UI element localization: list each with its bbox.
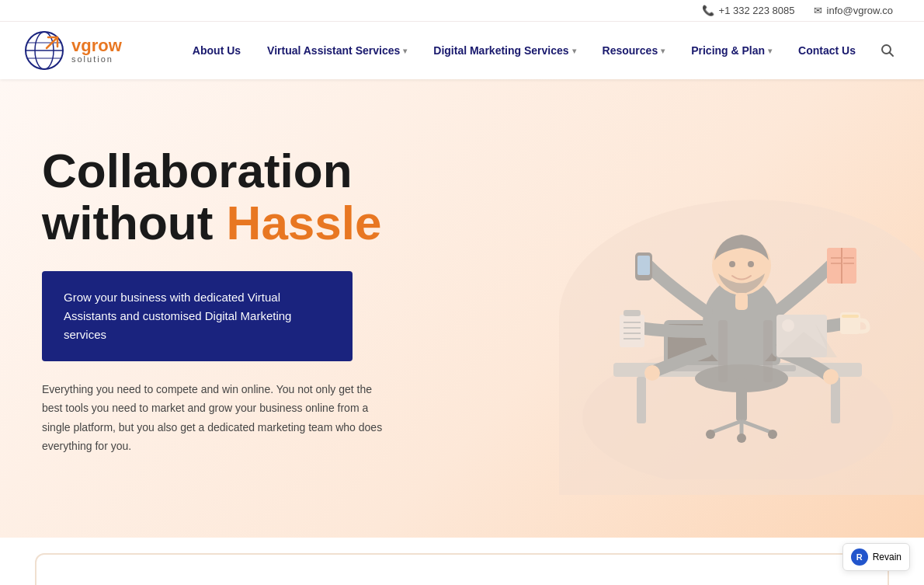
top-bar: 📞 +1 332 223 8085 ✉ info@vgrow.co: [0, 0, 924, 22]
hero-section: Collaboration without Hassle Grow your b…: [0, 79, 924, 538]
nav-item-about[interactable]: About Us: [182, 38, 252, 63]
email-bar-item[interactable]: ✉ info@vgrow.co: [814, 5, 893, 16]
hero-headline: Collaboration without Hassle: [42, 145, 384, 249]
svg-line-6: [890, 53, 894, 57]
quote-section-wrapper: GET A FREE QUOTE: [0, 538, 924, 585]
search-button[interactable]: [874, 37, 901, 64]
phone-icon: 📞: [702, 5, 714, 16]
hero-tagline-box: Grow your business with dedicated Virtua…: [42, 271, 353, 361]
site-header: 📞 +1 332 223 8085 ✉ info@vgrow.co: [0, 0, 924, 79]
revain-label: Revain: [873, 552, 901, 562]
revain-icon: R: [851, 548, 868, 566]
nav-links: About Us Virtual Assistant Services ▾ Di…: [182, 38, 867, 63]
hero-body-text: Everything you need to compete and win o…: [42, 380, 384, 456]
logo-subtitle: solution: [71, 54, 122, 64]
phone-bar-item[interactable]: 📞 +1 332 223 8085: [702, 5, 795, 16]
search-icon: [881, 44, 894, 57]
nav-item-virtual[interactable]: Virtual Assistant Services ▾: [256, 38, 418, 63]
chevron-down-icon: ▾: [403, 47, 407, 55]
nav-item-contact[interactable]: Contact Us: [787, 38, 867, 63]
illustration-bg: [559, 200, 924, 495]
nav-item-resources[interactable]: Resources ▾: [592, 38, 676, 63]
nav-bar: vgrow solution About Us Virtual Assistan…: [0, 22, 924, 79]
nav-item-pricing[interactable]: Pricing & Plan ▾: [680, 38, 783, 63]
chevron-down-icon: ▾: [572, 47, 576, 55]
phone-number: +1 332 223 8085: [719, 5, 795, 16]
hero-content: Collaboration without Hassle Grow your b…: [0, 145, 384, 456]
email-address: info@vgrow.co: [827, 5, 893, 16]
email-icon: ✉: [814, 5, 822, 16]
hero-illustration: [489, 106, 924, 495]
logo[interactable]: vgrow solution: [23, 30, 122, 71]
chevron-down-icon: ▾: [661, 47, 665, 55]
revain-badge[interactable]: R Revain: [842, 543, 910, 571]
quote-section: GET A FREE QUOTE: [35, 553, 889, 585]
logo-icon: [23, 30, 65, 71]
chevron-down-icon: ▾: [768, 47, 772, 55]
nav-item-digital[interactable]: Digital Marketing Services ▾: [422, 38, 586, 63]
